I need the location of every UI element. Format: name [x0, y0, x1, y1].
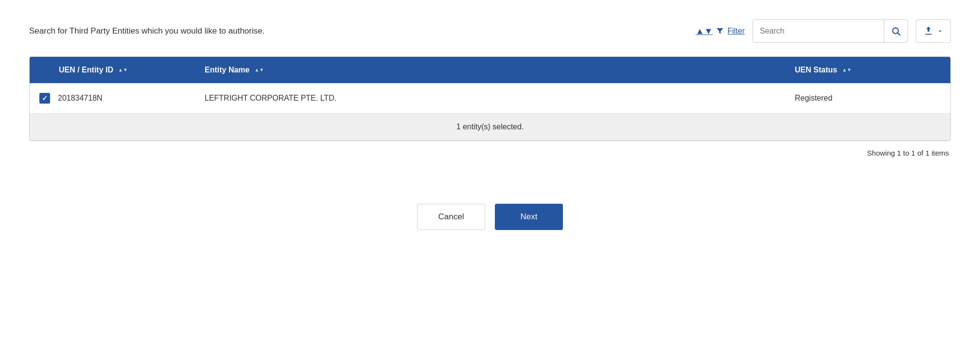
export-button[interactable]	[916, 19, 951, 43]
col-header-uen: UEN / Entity ID ▲▼	[30, 57, 195, 83]
uen-value: 201834718N	[58, 94, 103, 103]
cell-uen: ✓ 201834718N	[30, 83, 195, 113]
check-icon: ✓	[42, 94, 48, 102]
col-header-entity-name: Entity Name ▲▼	[195, 57, 785, 83]
row-checkbox[interactable]: ✓	[39, 93, 50, 104]
search-icon	[891, 26, 901, 36]
selected-info-text: 1 entity(s) selected.	[30, 114, 950, 140]
svg-line-1	[898, 33, 900, 36]
cell-uen-status: Registered	[785, 83, 950, 113]
funnel-icon	[716, 27, 724, 36]
chevron-down-icon	[937, 28, 944, 35]
table-header: UEN / Entity ID ▲▼ Entity Name ▲▼ UEN St…	[30, 57, 950, 83]
entity-table: UEN / Entity ID ▲▼ Entity Name ▲▼ UEN St…	[29, 56, 951, 141]
search-box	[752, 19, 908, 43]
header-row: Search for Third Party Entities which yo…	[29, 19, 951, 43]
page-description: Search for Third Party Entities which yo…	[29, 26, 264, 36]
table-row: ✓ 201834718N LEFTRIGHT CORPORATE PTE. LT…	[30, 83, 950, 114]
sort-icon-status[interactable]: ▲▼	[842, 68, 852, 72]
cell-entity-name: LEFTRIGHT CORPORATE PTE. LTD.	[195, 83, 785, 113]
header-controls: ▲▼ Filter	[696, 19, 951, 43]
col-header-uen-status: UEN Status ▲▼	[785, 57, 950, 83]
next-button[interactable]: Next	[495, 204, 563, 230]
cancel-button[interactable]: Cancel	[417, 204, 485, 230]
selected-info-row: 1 entity(s) selected.	[30, 114, 950, 141]
search-input[interactable]	[753, 20, 884, 42]
pagination-info: Showing 1 to 1 of 1 items	[29, 141, 951, 165]
sort-icon-uen[interactable]: ▲▼	[118, 68, 128, 72]
filter-button[interactable]: ▲▼ Filter	[696, 26, 745, 36]
sort-icon-name[interactable]: ▲▼	[254, 68, 264, 72]
export-icon	[923, 26, 934, 36]
filter-label: Filter	[727, 27, 745, 36]
action-buttons: Cancel Next	[29, 204, 951, 230]
search-button[interactable]	[884, 20, 908, 42]
filter-icon: ▲▼	[696, 26, 713, 36]
